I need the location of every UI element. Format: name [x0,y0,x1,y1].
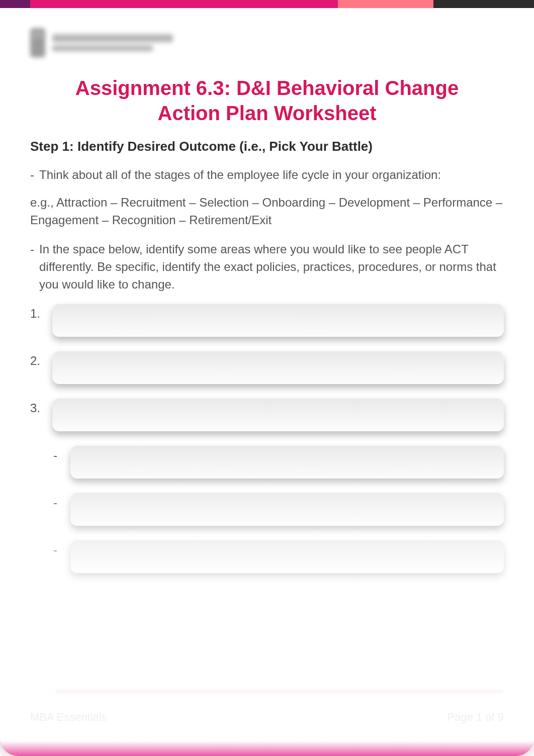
area-input-1[interactable] [52,304,504,337]
sub-input-1[interactable] [70,445,504,479]
sub-input-2[interactable] [70,493,504,526]
intro-bullet-2-text: In the space below, identify some areas … [39,241,504,293]
numbered-item-1: 1. [30,304,504,337]
num-label: 2. [30,351,43,368]
numbered-item-3: 3. [30,398,504,431]
numbered-item-2: 2. [30,351,504,384]
logo-block-blurred [30,28,173,57]
bullet-dash: - [30,166,34,184]
logo-mark-icon [30,28,45,57]
area-input-2[interactable] [52,351,504,384]
accent-seg-purple [0,0,30,8]
top-accent-bar [0,0,534,8]
logo-wordmark [52,34,173,51]
num-label: 1. [30,304,43,321]
sub-item-3: - [53,540,504,573]
sub-dash: - [53,445,60,462]
sub-item-2: - [53,493,504,526]
document-page: Assignment 6.3: D&I Behavioral Change Ac… [0,0,534,756]
step-1-heading: Step 1: Identify Desired Outcome (i.e., … [30,139,504,154]
accent-seg-magenta [30,0,338,8]
intro-bullet-2: - In the space below, identify some area… [30,241,504,293]
footer-page-number: Page 1 of 9 [447,711,504,724]
lifecycle-example-line: e.g., Attraction – Recruitment – Selecti… [30,194,504,229]
sub-dash: - [53,540,60,557]
num-label: 3. [30,398,43,415]
intro-bullet-1: - Think about all of the stages of the e… [30,166,504,184]
numbered-inputs: 1. 2. 3. - - - [30,304,504,573]
accent-seg-coral [338,0,433,8]
sub-dash: - [53,493,60,510]
bullet-dash: - [30,241,34,293]
sub-item-1: - [53,445,504,479]
bottom-pink-edge [0,741,534,756]
footer-divider [55,690,504,693]
area-input-3[interactable] [52,398,504,431]
page-title: Assignment 6.3: D&I Behavioral Change Ac… [46,75,488,126]
page-footer: MBA Essentials Page 1 of 9 [30,711,504,724]
sub-input-3[interactable] [70,540,504,573]
footer-course-name: MBA Essentials [30,711,107,724]
accent-seg-dark [433,0,534,8]
intro-bullet-1-text: Think about all of the stages of the emp… [39,166,441,184]
